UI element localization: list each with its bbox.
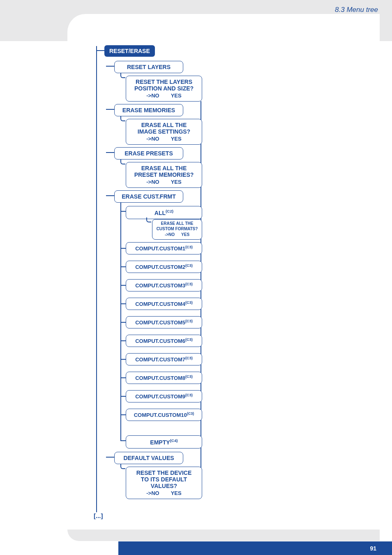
connector: [120, 359, 126, 360]
yes-no-row: NO YES: [155, 232, 199, 238]
connector: [106, 109, 114, 110]
prompt-line: ERASE ALL THE: [130, 122, 198, 128]
note: (C3): [185, 264, 193, 268]
connector: [120, 322, 126, 323]
custfrmt-custom-node: COMPUT.CUSTOM6(C3): [126, 335, 202, 347]
custfrmt-custom-node: COMPUT.CUSTOM10(C3): [126, 409, 202, 421]
label: EMPTY: [150, 439, 170, 446]
label: COMPUT.CUSTOM9: [135, 393, 185, 400]
custfrmt-custom-node: COMPUT.CUSTOM9(C3): [126, 390, 202, 402]
no-option: NO: [165, 232, 175, 238]
connector: [120, 340, 126, 341]
custfrmt-custom-node: COMPUT.CUSTOM7(C3): [126, 353, 202, 365]
connector: [120, 116, 125, 121]
yes-option: YES: [171, 136, 182, 142]
connector: [96, 50, 104, 51]
prompt-line: ERASE ALL THE: [130, 165, 198, 171]
connector: [106, 152, 114, 153]
note: (C3): [185, 356, 193, 360]
label: COMPUT.CUSTOM6: [135, 338, 185, 344]
custfrmt-custom-node: COMPUT.CUSTOM8(C3): [126, 372, 202, 384]
prompt-line: RESET THE DEVICE: [130, 469, 198, 476]
note: (C3): [185, 245, 193, 249]
footer-rule: [118, 541, 392, 543]
label: COMPUT.CUSTOM10: [134, 412, 187, 418]
prompt-line: RESET THE LAYERS: [130, 79, 198, 85]
erase-memories-prompt: ERASE ALL THE IMAGE SETTINGS? NO YES: [126, 119, 202, 145]
connector: [106, 195, 114, 196]
note: (C2): [166, 209, 173, 213]
custfrmt-custom-node: COMPUT.CUSTOM4(C3): [126, 298, 202, 310]
erase-custfrmt-node: ERASE CUST.FRMT: [114, 190, 183, 203]
reset-layers-node: RESET LAYERS: [114, 61, 183, 73]
connector: [120, 303, 126, 304]
connector: [120, 160, 125, 164]
no-option: NO: [146, 92, 159, 99]
label: COMPUT.CUSTOM5: [135, 319, 185, 326]
erase-memories-node: ERASE MEMORIES: [114, 104, 183, 116]
connector: [146, 217, 151, 222]
connector: [120, 211, 126, 212]
reset-layers-prompt: RESET THE LAYERS POSITION AND SIZE? NO Y…: [126, 76, 202, 102]
no-option: NO: [146, 179, 159, 185]
erase-presets-prompt: ERASE ALL THE PRESET MEMORIES? NO YES: [126, 162, 202, 188]
default-values-prompt: RESET THE DEVICE TO ITS DEFAULT VALUES? …: [126, 467, 202, 499]
label: COMPUT.CUSTOM4: [135, 301, 185, 307]
note: (C3): [185, 319, 193, 323]
connector: [120, 396, 126, 397]
yes-no-row: NO YES: [130, 490, 198, 496]
note: (C3): [185, 375, 193, 379]
yes-no-row: NO YES: [130, 179, 198, 185]
yes-option: YES: [181, 232, 189, 238]
note: (C4): [170, 438, 178, 443]
yes-option: YES: [171, 490, 182, 496]
continuation-marker: [...]: [94, 512, 103, 519]
erase-presets-node: ERASE PRESETS: [114, 147, 183, 160]
label: ALL: [154, 210, 166, 216]
custfrmt-empty-node: EMPTY(C4): [126, 435, 202, 449]
connector: [120, 414, 126, 415]
connector: [120, 464, 125, 469]
prompt-line: IMAGE SETTINGS?: [130, 128, 198, 135]
yes-option: YES: [171, 179, 182, 185]
label: COMPUT.CUSTOM1: [135, 245, 185, 252]
prompt-line: PRESET MEMORIES?: [130, 171, 198, 178]
custfrmt-all-node: ALL(C2): [126, 206, 202, 219]
yes-no-row: NO YES: [130, 92, 198, 99]
tree-trunk: [96, 46, 97, 512]
label: COMPUT.CUSTOM8: [135, 375, 185, 381]
no-option: NO: [146, 136, 159, 142]
connector: [120, 440, 126, 441]
prompt-line: TO ITS DEFAULT VALUES?: [130, 476, 198, 489]
tab-curve: [67, 14, 380, 41]
prompt-line: ERASE ALL THE: [155, 221, 199, 227]
connector: [120, 266, 126, 267]
prompt-line: CUSTOM FORMATS?: [155, 227, 199, 232]
yes-option: YES: [171, 92, 182, 99]
page-number: 91: [368, 545, 378, 552]
custfrmt-all-prompt: ERASE ALL THE CUSTOM FORMATS? NO YES: [152, 219, 202, 240]
connector: [120, 248, 126, 249]
root-node: RESET/ERASE: [104, 45, 155, 57]
prompt-line: POSITION AND SIZE?: [130, 85, 198, 92]
label: COMPUT.CUSTOM7: [135, 356, 185, 363]
connector: [120, 377, 126, 378]
sub-trunk: [201, 101, 201, 494]
custfrmt-custom-node: COMPUT.CUSTOM3(C3): [126, 279, 202, 291]
footer-strip: [118, 543, 392, 555]
connector: [106, 66, 114, 67]
label: COMPUT.CUSTOM3: [135, 282, 185, 289]
footer-curve: [67, 530, 380, 541]
note: (C3): [185, 393, 193, 397]
custfrmt-custom-node: COMPUT.CUSTOM2(C3): [126, 261, 202, 273]
note: (C3): [185, 282, 193, 286]
custfrmt-custom-node: COMPUT.CUSTOM1(C3): [126, 242, 202, 254]
connector: [120, 285, 126, 286]
note: (C3): [185, 301, 193, 305]
connector: [120, 73, 125, 78]
note: (C3): [185, 338, 193, 342]
label: COMPUT.CUSTOM2: [135, 264, 185, 270]
connector: [106, 457, 114, 458]
header-section: 8.3 Menu tree: [335, 6, 378, 14]
yes-no-row: NO YES: [130, 136, 198, 142]
